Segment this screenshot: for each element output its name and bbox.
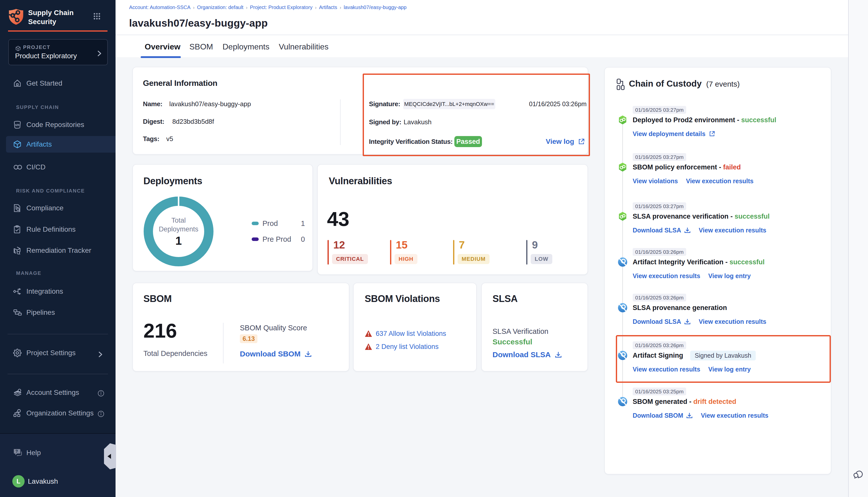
svg-text:?: ?	[16, 449, 18, 454]
